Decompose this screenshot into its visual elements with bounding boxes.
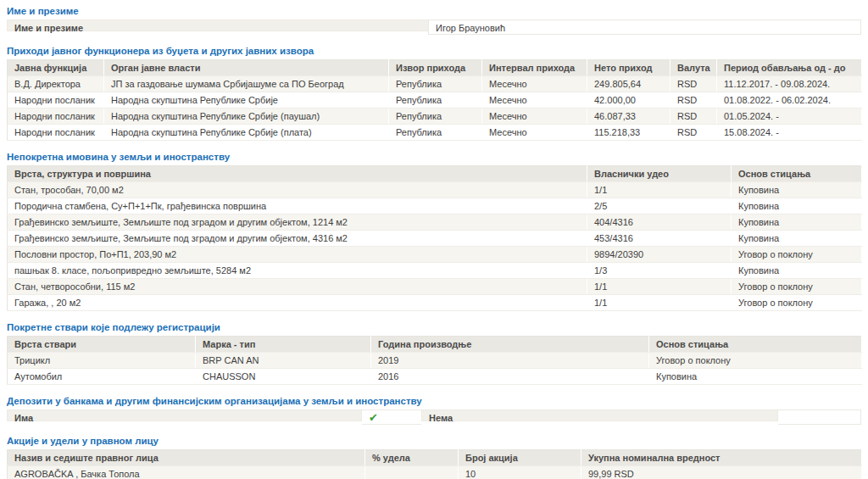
- table-row: Гаража, , 20 м21/1Уговор о поклону: [8, 295, 862, 311]
- column-header: Извор прихода: [389, 60, 482, 76]
- table-row: Породична стамбена, Су+П+1+Пк, грађевинс…: [8, 198, 862, 214]
- table-cell: Народни посланик: [8, 92, 104, 109]
- table-cell: 249.805,64: [587, 76, 670, 92]
- column-header: Назив и седиште правног лица: [8, 450, 365, 466]
- table-cell: ЈП за газдовање шумама Србијашуме са ПО …: [104, 76, 389, 92]
- table-row: В.Д. ДиректораЈП за газдовање шумама Срб…: [8, 76, 862, 92]
- table-cell: CHAUSSON: [196, 369, 371, 385]
- table-cell: Уговор о поклону: [732, 295, 862, 311]
- column-header: % удела: [365, 450, 459, 466]
- table-cell: 453/4316: [587, 231, 732, 247]
- deposits-has-cell: ✔: [362, 409, 421, 425]
- name-value: Игор Брауновић: [428, 19, 861, 35]
- table-cell: 2016: [371, 369, 649, 385]
- shares-header-row: Назив и седиште правног лица% уделаБрој …: [8, 450, 862, 466]
- table-cell: Уговор о поклону: [732, 279, 862, 295]
- table-cell: Месечно: [482, 125, 587, 141]
- column-header: Орган јавне власти: [104, 60, 389, 76]
- table-cell: Република: [389, 76, 482, 92]
- deposits-none-cell: [778, 409, 861, 425]
- table-cell: Уговор о поклону: [732, 247, 862, 263]
- table-cell: 115.218,33: [587, 125, 670, 141]
- table-cell: Гаража, , 20 м2: [8, 295, 587, 311]
- shares-table: Назив и седиште правног лица% уделаБрој …: [7, 449, 862, 479]
- table-cell: 1/3: [587, 263, 732, 279]
- table-row: Стан, трособан, 70,00 м21/1Куповина: [8, 182, 862, 198]
- table-row: Пословни простор, По+П1, 203,90 м29894/2…: [8, 247, 862, 263]
- column-header: Број акција: [459, 450, 581, 466]
- table-cell: Куповина: [732, 231, 862, 247]
- table-cell: Пословни простор, По+П1, 203,90 м2: [8, 247, 587, 263]
- estate-header-row: Врста, структура и површинаВласнички уде…: [8, 166, 862, 182]
- column-header: Врста, структура и површина: [8, 166, 587, 182]
- table-cell: Грађевинско земљиште, Земљиште под зград…: [8, 231, 587, 247]
- table-row: АутомобилCHAUSSON2016Куповина: [8, 369, 862, 385]
- table-cell: Аутомобил: [8, 369, 196, 385]
- table-cell: Породична стамбена, Су+П+1+Пк, грађевинс…: [8, 198, 587, 214]
- name-label: Име и презиме: [7, 19, 428, 31]
- table-cell: RSD: [670, 125, 717, 141]
- section-movables: Покретне ствари које подлежу регистрациј…: [7, 321, 861, 385]
- table-row: Грађевинско земљиште, Земљиште под зград…: [8, 231, 862, 247]
- table-row: Грађевинско земљиште, Земљиште под зград…: [8, 214, 862, 231]
- table-cell: Грађевинско земљиште, Земљиште под зград…: [8, 214, 587, 231]
- section-name: Име и презиме Име и презиме Игор Браунов…: [7, 5, 861, 35]
- table-cell: Република: [389, 109, 482, 125]
- deposits-has-label: Има: [7, 409, 362, 421]
- deposits-row: Има ✔ Нема: [7, 409, 861, 425]
- table-cell: BRP CAN AN: [196, 353, 371, 369]
- table-cell: Куповина: [732, 263, 862, 279]
- section-title-name: Име и презиме: [7, 5, 861, 17]
- table-cell: RSD: [670, 92, 717, 109]
- table-cell: 11.12.2017. - 09.08.2024.: [717, 76, 862, 92]
- table-cell: 99,99 RSD: [581, 466, 862, 479]
- table-cell: 10: [459, 466, 581, 479]
- table-cell: 1/1: [587, 182, 732, 198]
- table-cell: 15.08.2024. -: [717, 125, 862, 141]
- column-header: Укупна номинална вредност: [581, 450, 862, 466]
- column-header: Основ стицања: [649, 337, 862, 353]
- column-header: Валута: [670, 60, 717, 76]
- table-cell: Народни посланик: [8, 109, 104, 125]
- table-cell: Уговор о поклону: [649, 353, 862, 369]
- movables-table: Врста ствариМарка - типГодина производње…: [7, 336, 862, 385]
- table-cell: Народна скупштина Републике Србије: [104, 92, 389, 109]
- column-header: Јавна функција: [8, 60, 104, 76]
- table-cell: 2/5: [587, 198, 732, 214]
- table-cell: Куповина: [732, 198, 862, 214]
- table-row: пашњак 8. класе, пољопривредно земљиште,…: [8, 263, 862, 279]
- section-income: Приходи јавног функционера из буџета и д…: [7, 45, 861, 141]
- table-cell: 9894/20390: [587, 247, 732, 263]
- table-cell: Месечно: [482, 76, 587, 92]
- table-cell: Куповина: [732, 182, 862, 198]
- income-header-row: Јавна функцијаОрган јавне властиИзвор пр…: [8, 60, 862, 76]
- table-cell: пашњак 8. класе, пољопривредно земљиште,…: [8, 263, 587, 279]
- table-cell: 42.000,00: [587, 92, 670, 109]
- column-header: Марка - тип: [196, 337, 371, 353]
- table-cell: Стан, четворособни, 115 м2: [8, 279, 587, 295]
- table-cell: 01.05.2024. -: [717, 109, 862, 125]
- deposits-none-label: Нема: [421, 409, 778, 421]
- table-row: Народни посланикНародна скупштина Републ…: [8, 109, 862, 125]
- table-cell: RSD: [670, 109, 717, 125]
- table-cell: 404/4316: [587, 214, 732, 231]
- section-real-estate: Непокретна имовина у земљи и иностранств…: [7, 151, 861, 311]
- table-cell: Месечно: [482, 109, 587, 125]
- table-row: Народни посланикНародна скупштина Републ…: [8, 125, 862, 141]
- table-cell: Народни посланик: [8, 125, 104, 141]
- name-row: Име и презиме Игор Брауновић: [7, 19, 861, 35]
- table-row: ТрициклBRP CAN AN2019Уговор о поклону: [8, 353, 862, 369]
- section-title-movables: Покретне ствари које подлежу регистрациј…: [7, 321, 861, 333]
- section-title-deposits: Депозити у банкама и другим финансијским…: [7, 395, 861, 407]
- section-deposits: Депозити у банкама и другим финансијским…: [7, 395, 861, 425]
- income-table: Јавна функцијаОрган јавне властиИзвор пр…: [7, 59, 862, 141]
- section-title-shares: Акције и удели у правном лицу: [7, 435, 861, 447]
- table-cell: RSD: [670, 76, 717, 92]
- table-cell: Република: [389, 92, 482, 109]
- declaration-page: Име и презиме Име и презиме Игор Браунов…: [0, 0, 868, 479]
- table-cell: Куповина: [649, 369, 862, 385]
- table-cell: Стан, трособан, 70,00 м2: [8, 182, 587, 198]
- table-cell: [365, 466, 459, 479]
- table-cell: 1/1: [587, 279, 732, 295]
- check-icon: ✔: [369, 411, 378, 424]
